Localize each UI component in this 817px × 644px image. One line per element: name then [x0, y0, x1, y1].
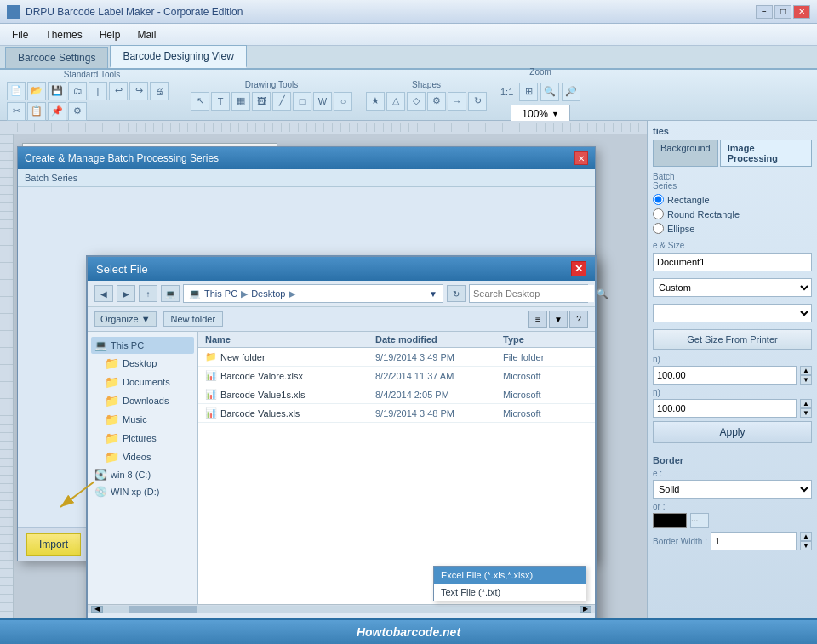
open-icon[interactable]: 📂	[27, 82, 46, 100]
table-row[interactable]: 📊 Barcode Value1s.xls 8/4/2014 2:05 PM M…	[198, 385, 595, 404]
zoom-out-icon[interactable]: 🔎	[562, 83, 580, 101]
ellipse-icon[interactable]: ○	[334, 92, 352, 111]
menu-mail[interactable]: Mail	[130, 26, 163, 43]
breadcrumb-dropdown-icon[interactable]: ▼	[429, 289, 437, 299]
view-help-icon[interactable]: ?	[569, 311, 588, 328]
rotate-icon[interactable]: ↻	[468, 92, 487, 111]
file-close-button[interactable]: ✕	[571, 261, 586, 276]
gear-icon[interactable]: ⚙	[427, 92, 446, 111]
border-width-spin-down[interactable]: ▼	[800, 541, 812, 550]
doc-name-input[interactable]	[653, 253, 812, 271]
nav-back-button[interactable]: ◀	[94, 285, 113, 302]
import-button[interactable]: Import	[26, 533, 81, 556]
cursor-icon[interactable]: ↖	[191, 92, 209, 111]
tab-barcode-designing[interactable]: Barcode Designing View	[110, 45, 247, 68]
width-input[interactable]	[653, 366, 797, 385]
new-icon[interactable]: 📄	[7, 82, 26, 100]
border-color-picker-button[interactable]: ...	[690, 513, 709, 528]
search-input[interactable]	[470, 285, 594, 302]
text2-icon[interactable]: W	[313, 92, 332, 111]
settings-icon[interactable]: ⚙	[68, 102, 87, 121]
scroll-right-btn[interactable]: ▶	[580, 606, 591, 613]
height-spin-down[interactable]: ▼	[800, 408, 812, 418]
table-row[interactable]: 📊 Barcode Valore.xlsx 8/2/2014 11:37 AM …	[198, 367, 595, 385]
nav-forward-button[interactable]: ▶	[117, 285, 135, 302]
sidebar-item-videos[interactable]: 📁 Videos	[91, 447, 194, 466]
table-row[interactable]: 📊 Barcode Values.xls 9/19/2014 3:48 PM M…	[198, 404, 595, 423]
height-input[interactable]	[653, 399, 797, 418]
scroll-thumb[interactable]	[129, 606, 197, 613]
star-icon[interactable]: ★	[366, 92, 385, 111]
size-sub-select[interactable]	[653, 304, 812, 322]
sidebar-item-drive-c[interactable]: 💽 win 8 (C:)	[91, 466, 194, 483]
radio-rect-input[interactable]	[653, 194, 664, 205]
redo-icon[interactable]: ↪	[129, 82, 148, 100]
sidebar-item-music[interactable]: 📁 Music	[91, 410, 194, 429]
arrow-icon[interactable]: →	[448, 92, 466, 111]
border-width-input[interactable]	[711, 532, 797, 550]
horizontal-scrollbar[interactable]: ◀ ▶	[88, 604, 595, 613]
cut-icon[interactable]: ✂	[7, 102, 26, 121]
canvas-area[interactable]: B Create & Manage Batch Processing Serie…	[0, 121, 647, 618]
image-icon[interactable]: 🖼	[252, 92, 271, 111]
dropdown-item-txt[interactable]: Text File (*.txt)	[434, 584, 586, 601]
view-toggle-icon[interactable]: ▼	[549, 311, 568, 328]
batch-close-button[interactable]: ✕	[574, 151, 588, 165]
view-list-icon[interactable]: ≡	[528, 311, 547, 328]
triangle-icon[interactable]: △	[386, 92, 405, 111]
undo-icon[interactable]: ↩	[109, 82, 128, 100]
border-style-select[interactable]: Solid	[653, 480, 812, 499]
width-spin-down[interactable]: ▼	[800, 375, 812, 385]
sidebar-item-downloads[interactable]: 📁 Downloads	[91, 391, 194, 410]
line-icon[interactable]: ╱	[272, 92, 291, 111]
maximize-button[interactable]: □	[774, 5, 791, 19]
refresh-button[interactable]: ↻	[447, 285, 466, 302]
height-spin-up[interactable]: ▲	[800, 399, 812, 408]
sidebar-item-documents[interactable]: 📁 Documents	[91, 373, 194, 391]
sidebar-item-desktop[interactable]: 📁 Desktop	[91, 354, 194, 373]
table-row[interactable]: 📁 New folder 9/19/2014 3:49 PM File fold…	[198, 348, 595, 367]
rect-icon[interactable]: □	[293, 92, 311, 111]
sidebar-item-drive-d[interactable]: 💿 WIN xp (D:)	[91, 483, 194, 500]
save-all-icon[interactable]: 🗂	[68, 82, 87, 100]
radio-ellipse[interactable]: Ellipse	[653, 223, 812, 234]
get-size-from-printer-button[interactable]: Get Size From Printer	[653, 329, 812, 350]
diamond-icon[interactable]: ◇	[407, 92, 426, 111]
menu-file[interactable]: File	[5, 26, 35, 43]
border-color-swatch[interactable]	[653, 513, 687, 528]
sidebar-item-this-pc[interactable]: 💻 This PC	[91, 337, 194, 354]
zoom-to-fit-icon[interactable]: ⊞	[519, 83, 538, 101]
menu-themes[interactable]: Themes	[38, 26, 89, 43]
print-icon[interactable]: 🖨	[150, 82, 169, 100]
nav-up-button[interactable]: ↑	[139, 285, 157, 302]
search-icon[interactable]: 🔍	[594, 288, 611, 299]
minimize-button[interactable]: −	[756, 5, 773, 19]
scroll-left-btn[interactable]: ◀	[91, 606, 103, 613]
radio-round-input[interactable]	[653, 208, 664, 219]
col-header-type[interactable]: Type	[503, 334, 588, 345]
save-icon[interactable]: 💾	[48, 82, 66, 100]
barcode-icon[interactable]: ▦	[231, 92, 250, 111]
zoom-dropdown-icon[interactable]: ▼	[551, 110, 559, 118]
tab-barcode-settings[interactable]: Barcode Settings	[5, 47, 108, 68]
radio-round-rectangle[interactable]: Round Rectangle	[653, 208, 812, 219]
col-header-date[interactable]: Date modified	[375, 334, 503, 345]
new-folder-button[interactable]: New folder	[163, 311, 224, 327]
organize-button[interactable]: Organize ▼	[94, 311, 157, 327]
size-select[interactable]: Custom	[653, 278, 812, 297]
sidebar-item-pictures[interactable]: 📁 Pictures	[91, 429, 194, 447]
border-width-spin-up[interactable]: ▲	[800, 532, 812, 541]
menu-help[interactable]: Help	[93, 26, 128, 43]
radio-ellipse-input[interactable]	[653, 223, 664, 234]
close-button[interactable]: ✕	[793, 5, 810, 19]
apply-button[interactable]: Apply	[653, 421, 812, 443]
nav-pc-button[interactable]: 💻	[161, 285, 180, 302]
width-spin-up[interactable]: ▲	[800, 366, 812, 375]
zoom-in-icon[interactable]: 🔍	[540, 83, 559, 101]
text-icon[interactable]: T	[211, 92, 230, 111]
copy-icon[interactable]: 📋	[27, 102, 46, 121]
rpanel-tab-background[interactable]: Background	[653, 140, 718, 167]
radio-rectangle[interactable]: Rectangle	[653, 194, 812, 205]
paste-icon[interactable]: 📌	[48, 102, 66, 121]
dropdown-item-xlsx[interactable]: Excel File (*.xls,*.xlsx)	[434, 567, 586, 584]
